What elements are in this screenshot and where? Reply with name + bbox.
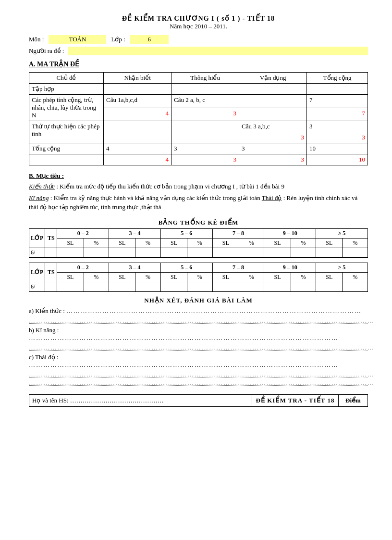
d3 <box>109 248 135 257</box>
cell-10: 10 <box>307 143 368 154</box>
cell-3b: 3 <box>172 143 239 154</box>
table-row: Các phép tính cộng, trừ, nhân, chia, lũy… <box>29 95 368 108</box>
e12 <box>343 282 368 291</box>
d6 <box>187 248 213 257</box>
cell-3-red3: 3 <box>307 132 368 143</box>
stats-data-row-2: 6/ <box>29 282 368 291</box>
pct2-3: % <box>187 272 213 282</box>
cell-empty <box>239 108 307 121</box>
table-row: 4 3 3 10 <box>29 154 368 165</box>
kien-thuc-line: Kiến thức : Kiểm tra mức độ tiếp thu kiế… <box>29 182 368 191</box>
e8 <box>239 282 264 291</box>
lop-header: LỚP <box>29 228 45 248</box>
bang-thong-ke-title: BẢNG THỐNG KÊ ĐIỂM <box>29 219 368 226</box>
stats-subheader-row-2: SL % SL % SL % SL % SL % SL % <box>29 272 368 282</box>
cell-4-red: 4 <box>104 108 172 121</box>
range2-3-4: 3 – 4 <box>109 263 161 272</box>
header-year: Năm học 2010 – 2011. <box>29 23 368 30</box>
sl-1: SL <box>57 238 84 248</box>
cell-3: 3 <box>307 121 368 132</box>
stats-subheader-row: SL % SL % SL % SL % SL % SL % <box>29 238 368 248</box>
col-header-chu-de: Chủ đề <box>29 73 104 84</box>
cell-3-red4: 3 <box>172 154 239 165</box>
pct2-1: % <box>84 272 109 282</box>
cell-empty <box>239 95 307 108</box>
range-7-8: 7 – 8 <box>212 228 264 238</box>
range2-5-6: 5 – 6 <box>160 263 212 272</box>
col-header-van-dung: Vận dụng <box>239 73 307 84</box>
col-header-tong-cong: Tổng cộng <box>307 73 368 84</box>
sl2-6: SL <box>316 272 343 282</box>
sl2-4: SL <box>212 272 239 282</box>
cell-empty <box>172 132 239 143</box>
d2 <box>84 248 109 257</box>
cell-empty <box>104 132 172 143</box>
dotted-line-4: …………………………………………………………………………………………………………… <box>29 379 368 386</box>
range-ge5: ≥ 5 <box>316 228 368 238</box>
range-0-2: 0 – 2 <box>57 228 109 238</box>
lop-value: 6 <box>130 35 169 44</box>
d1 <box>57 248 84 257</box>
d8 <box>239 248 264 257</box>
e1 <box>57 282 84 291</box>
range-3-4: 3 – 4 <box>109 228 161 238</box>
lop-label: Lớp : <box>111 36 125 43</box>
pct2-6: % <box>343 272 368 282</box>
cell-empty <box>172 84 239 95</box>
cell-4: 4 <box>104 143 172 154</box>
col-header-thong-hieu: Thông hiểu <box>172 73 239 84</box>
e3 <box>109 282 135 291</box>
sl2-1: SL <box>57 272 84 282</box>
cell-3-red5: 3 <box>239 154 307 165</box>
lop-6-cell-2: 6/ <box>29 282 45 291</box>
d11 <box>316 248 343 257</box>
footer-de-kiem-tra: ĐỀ KIỂM TRA - TIẾT 18 <box>252 395 339 406</box>
nguoi-ra-de-label: Người ra đề : <box>29 47 64 55</box>
cell-7-red: 7 <box>307 108 368 121</box>
muc-tieu-title: B. Mục tiêu : <box>29 172 368 180</box>
table-row: Thứ tự thực hiện các phép tính Câu 3 a,b… <box>29 121 368 132</box>
matrix-table: Chủ đề Nhận biết Thông hiểu Vận dụng Tổn… <box>29 72 368 165</box>
range2-9-10: 9 – 10 <box>264 263 316 272</box>
pct-1: % <box>84 238 109 248</box>
mon-value: TOÁN <box>49 35 106 44</box>
nguoi-ra-de-value <box>68 47 368 55</box>
cell-empty <box>29 154 104 165</box>
stats-table-1: LỚP TS 0 – 2 3 – 4 5 – 6 7 – 8 9 – 10 ≥ … <box>29 228 368 258</box>
section-a-title: A. MA TRẬN ĐỀ <box>29 60 368 68</box>
thai-do-row: c) Thái độ : ………………………………………………………………………… <box>29 353 368 369</box>
lop-6-cell: 6/ <box>29 248 45 257</box>
cell-tap-hop: Tập hợp <box>29 84 104 95</box>
d12 <box>343 248 368 257</box>
cell-3-red: 3 <box>172 108 239 121</box>
cell-cau3: Câu 3 a,b,c <box>239 121 307 132</box>
cell-empty <box>239 84 307 95</box>
sl2-2: SL <box>109 272 135 282</box>
sl-6: SL <box>316 238 343 248</box>
e2 <box>84 282 109 291</box>
dotted-line-3: …………………………………………………………………………………………………………… <box>29 371 368 377</box>
sl-2: SL <box>109 238 135 248</box>
pct-5: % <box>291 238 316 248</box>
c-label: c) Thái độ : <box>29 353 59 361</box>
ts-val <box>45 248 57 257</box>
d4 <box>135 248 161 257</box>
range-5-6: 5 – 6 <box>160 228 212 238</box>
e11 <box>316 282 343 291</box>
nhan-xet-section: NHẬN XÉT, ĐÁNH GIÁ BÀI LÀM a) Kiến thức … <box>29 297 368 386</box>
pct2-2: % <box>135 272 161 282</box>
sl-4: SL <box>212 238 239 248</box>
cell-cau1: Câu 1a,b,c,d <box>104 95 172 108</box>
e9 <box>264 282 291 291</box>
cell-thu-tu: Thứ tự thực hiện các phép tính <box>29 121 104 143</box>
col-header-nhan-biet: Nhận biết <box>104 73 172 84</box>
dotted-line-1: …………………………………………………………………………………………………………… <box>29 317 368 324</box>
cell-tong-cong: Tổng cộng <box>29 143 104 154</box>
cell-3-red2: 3 <box>239 132 307 143</box>
d10 <box>291 248 316 257</box>
stats-table-2: LỚP TS 0 – 2 3 – 4 5 – 6 7 – 8 9 – 10 ≥ … <box>29 263 368 292</box>
d7 <box>212 248 239 257</box>
cell-4-red2: 4 <box>104 154 172 165</box>
stats-header-row: LỚP TS 0 – 2 3 – 4 5 – 6 7 – 8 9 – 10 ≥ … <box>29 228 368 238</box>
pct-3: % <box>187 238 213 248</box>
